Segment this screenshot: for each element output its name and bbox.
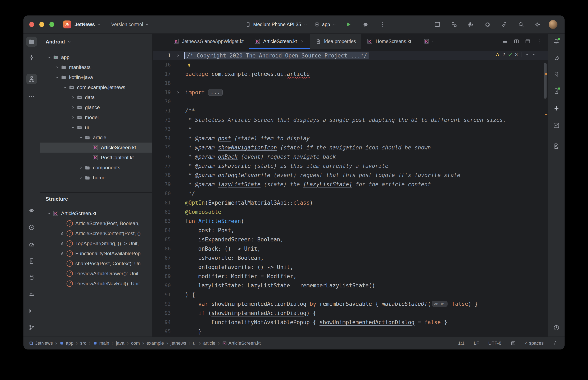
tree-item-kotlin-java[interactable]: kotlin+java <box>40 72 152 82</box>
gemini-icon[interactable] <box>551 103 562 113</box>
tree-item-data[interactable]: data <box>40 92 152 102</box>
gutter-line-74[interactable]: 74 <box>153 134 171 143</box>
debug-button[interactable] <box>360 19 371 30</box>
run-button[interactable] <box>343 19 354 30</box>
gutter-line-89[interactable]: 89 <box>153 272 171 281</box>
link-icon[interactable] <box>498 19 510 29</box>
breadcrumb-app[interactable]: app <box>60 341 73 346</box>
next-problem-icon[interactable] <box>532 52 537 57</box>
settings-icon[interactable] <box>532 19 544 29</box>
user-avatar[interactable] <box>549 20 557 29</box>
editor-options-icon[interactable] <box>536 38 542 44</box>
version-control-tool-icon[interactable] <box>26 323 37 333</box>
intention-bulb-icon[interactable] <box>186 62 192 68</box>
search-icon[interactable] <box>515 19 527 29</box>
structure-item-articlescreencontent-post[interactable]: fArticleScreenContent(Post, () <box>40 228 152 239</box>
problems-icon[interactable] <box>551 323 562 333</box>
inspection-widget[interactable]: 2 3 <box>495 52 537 57</box>
gutter-line-93[interactable]: 93 <box>153 308 171 318</box>
breadcrumb-article[interactable]: article <box>203 341 216 346</box>
line-separator[interactable]: LF <box>474 341 479 346</box>
plugin-icon[interactable] <box>482 19 493 29</box>
running-devices-icon[interactable] <box>551 86 562 96</box>
editor-scrollbar[interactable] <box>544 63 547 99</box>
tab-articlescreen-kt[interactable]: ArticleScreen.kt <box>249 34 310 49</box>
chevron-right-icon[interactable] <box>69 105 77 110</box>
chevron-down-icon[interactable] <box>78 135 84 140</box>
gutter-line-91[interactable]: 91 <box>153 290 171 299</box>
tree-item-components[interactable]: components <box>40 163 152 173</box>
unlock-icon[interactable] <box>553 341 558 346</box>
zoom-window-button[interactable] <box>49 22 54 27</box>
android-tool-icon[interactable] <box>26 289 37 300</box>
tree-item-app[interactable]: app <box>40 52 152 62</box>
tree-item-com-example-jetnews[interactable]: com.example.jetnews <box>40 82 152 92</box>
indent-size[interactable]: 4 spaces <box>525 341 544 346</box>
bug-tool-icon[interactable] <box>26 205 37 215</box>
close-window-button[interactable] <box>29 22 34 27</box>
gutter-line-18[interactable]: 18 <box>153 79 171 88</box>
warning-stripe-mark[interactable] <box>545 73 547 75</box>
gutter-line-76[interactable]: 76 <box>153 152 171 161</box>
project-view-selector[interactable]: Android <box>40 34 152 50</box>
device-explorer-tool-icon[interactable] <box>26 256 37 266</box>
gutter-line-83[interactable]: 83 <box>153 217 171 226</box>
tab-list-icon[interactable] <box>502 38 508 44</box>
minimize-window-button[interactable] <box>39 22 44 27</box>
tree-item-articlescreen-kt[interactable]: ArticleScreen.kt <box>40 143 152 152</box>
breadcrumb-jetnews[interactable]: JetNews <box>29 341 53 346</box>
gutter-line-17[interactable]: 17 <box>153 69 171 79</box>
commit-tool-icon[interactable] <box>26 53 37 63</box>
hidden-tabs-dropdown[interactable] <box>424 34 435 49</box>
gutter-line-82[interactable]: 82 <box>153 207 171 217</box>
tree-item-manifests[interactable]: manifests <box>40 62 152 72</box>
more-tools-icon[interactable] <box>26 91 37 101</box>
gutter-line-86[interactable]: 86 <box>153 244 171 253</box>
tab-idea-properties[interactable]: idea.properties <box>310 34 361 49</box>
gutter-line-78[interactable]: 78 <box>153 171 171 180</box>
caret-position[interactable]: 1:1 <box>458 341 465 346</box>
indent-icon[interactable] <box>510 341 516 346</box>
chevron-right-icon[interactable] <box>78 166 84 170</box>
gutter-line-90[interactable]: 90 <box>153 281 171 290</box>
version-control-menu[interactable]: Version control <box>111 22 149 27</box>
prev-problem-icon[interactable] <box>525 52 529 57</box>
compose-preview-icon[interactable] <box>448 19 460 29</box>
structure-root-articlescreen-kt[interactable]: ArticleScreen.kt <box>40 209 152 218</box>
tab-jetnewsglanceappwidget-kt[interactable]: JetnewsGlanceAppWidget.kt <box>168 34 249 49</box>
tree-item-postcontent-kt[interactable]: PostContent.kt <box>40 152 152 163</box>
breadcrumb-src[interactable]: src <box>80 341 86 346</box>
gutter-line-77[interactable]: 77 <box>153 161 171 171</box>
gutter-line-1[interactable]: 1 <box>153 51 171 60</box>
chevron-down-icon[interactable] <box>69 125 77 130</box>
chevron-right-icon[interactable] <box>78 176 84 180</box>
tree-item-article[interactable]: article <box>40 133 152 143</box>
gutter-line-71[interactable]: 71 <box>153 106 171 115</box>
fold-arrow-icon[interactable] <box>171 88 185 97</box>
detach-editor-icon[interactable] <box>525 38 531 44</box>
gutter-line-16[interactable]: 16 <box>153 60 171 69</box>
profiler-tool-icon[interactable] <box>26 239 37 249</box>
structure-item-functionalitynotavailablepop[interactable]: fFunctionalityNotAvailablePop <box>40 248 152 259</box>
fold-arrow-icon[interactable] <box>171 51 185 60</box>
gutter-line-87[interactable]: 87 <box>153 253 171 263</box>
chevron-right-icon[interactable] <box>54 65 61 69</box>
gutter-line-80[interactable]: 80 <box>153 189 171 198</box>
notifications-bell-icon[interactable] <box>551 37 562 47</box>
more-actions-button[interactable] <box>377 19 388 30</box>
structure-item-topappbar-string-unit[interactable]: fTopAppBar(String, () -> Unit, <box>40 239 152 248</box>
logcat-tool-icon[interactable] <box>26 273 37 283</box>
gutter-line-88[interactable]: 88 <box>153 263 171 272</box>
gutter-line-94[interactable]: 94 <box>153 318 171 327</box>
code-editor[interactable]: 1/* Copyright 2020 The Android Open Sour… <box>153 49 548 337</box>
warning-stripe-mark[interactable] <box>545 114 547 115</box>
gutter-line-70[interactable]: 70 <box>153 97 171 106</box>
project-tool-icon[interactable] <box>26 37 37 47</box>
gutter-line-19[interactable]: 19 <box>153 88 171 97</box>
chevron-down-icon[interactable] <box>46 55 53 59</box>
breadcrumb-java[interactable]: java <box>116 341 124 346</box>
run-config-selector[interactable]: app <box>314 21 337 27</box>
gutter-line-85[interactable]: 85 <box>153 235 171 244</box>
app-insights-icon[interactable] <box>551 120 562 131</box>
titlebar[interactable]: JN JetNews Version control Medium Phone … <box>23 16 565 34</box>
